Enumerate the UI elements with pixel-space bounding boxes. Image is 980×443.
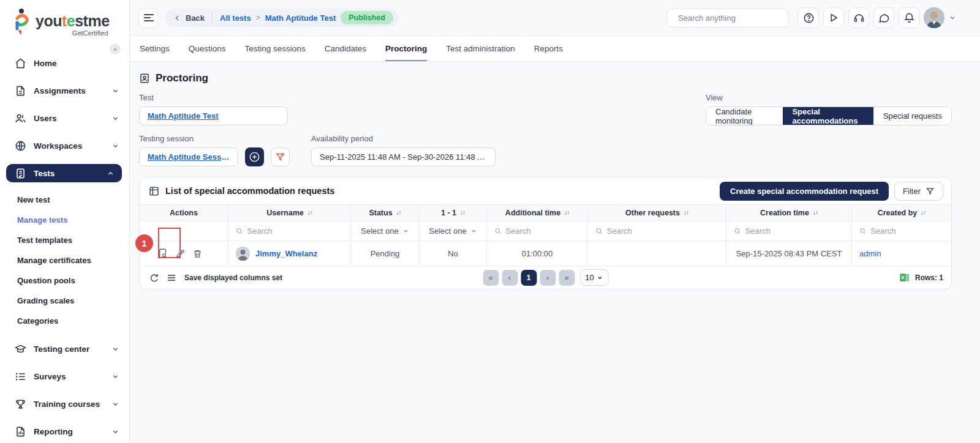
tab-questions[interactable]: Questions <box>189 36 226 61</box>
created-by-link[interactable]: admin <box>859 249 881 258</box>
username-link[interactable]: Jimmy_Whelanz <box>255 249 317 258</box>
sort-icon[interactable]: ↓↑ <box>396 209 401 216</box>
create-accommodation-request-button[interactable]: Create special accommodation request <box>720 182 889 201</box>
next-page-button[interactable]: › <box>540 270 556 286</box>
filter-status[interactable]: Select one <box>351 221 420 240</box>
sidebar-item-new-test[interactable]: New test <box>17 190 129 210</box>
user-menu-chevron-icon[interactable] <box>949 14 956 21</box>
sidebar-collapse-button[interactable]: « <box>110 43 121 54</box>
search-icon <box>595 227 603 235</box>
back-button[interactable]: Back <box>173 13 205 23</box>
column-username[interactable]: Username↓↑ <box>228 205 351 220</box>
tab-settings[interactable]: Settings <box>140 36 170 61</box>
sidebar-item-home[interactable]: Home <box>0 54 129 72</box>
columns-menu-button[interactable] <box>167 273 176 283</box>
sort-icon[interactable]: ↓↑ <box>813 209 818 216</box>
add-session-button[interactable] <box>245 147 264 166</box>
brand-logo[interactable]: youtestme GetCertified <box>0 0 129 39</box>
column-status[interactable]: Status↓↑ <box>351 205 420 220</box>
additional-time-filter-input[interactable] <box>505 226 580 236</box>
sort-icon[interactable]: ↓↑ <box>307 209 312 216</box>
sidebar-item-users[interactable]: Users <box>0 109 129 127</box>
test-select[interactable]: Math Aptitude Test <box>139 106 288 125</box>
sort-icon[interactable]: ↓↑ <box>921 209 925 216</box>
view-switcher: Candidate monitoring Special accommodati… <box>706 106 952 125</box>
help-button[interactable] <box>798 7 819 28</box>
export-excel-icon[interactable] <box>899 272 910 283</box>
tab-candidates[interactable]: Candidates <box>325 36 366 61</box>
column-creation-time[interactable]: Creation time↓↑ <box>726 205 852 220</box>
created-by-filter-input[interactable] <box>870 226 944 236</box>
view-option-special-requests[interactable]: Special requests <box>873 107 951 125</box>
trash-icon <box>192 248 203 259</box>
session-field-label: Testing session <box>139 134 238 143</box>
chevron-down-icon <box>111 373 119 381</box>
refresh-button[interactable] <box>149 273 159 283</box>
global-search-input[interactable] <box>678 13 786 23</box>
column-created-by[interactable]: Created by↓↑ <box>852 205 951 220</box>
sidebar-item-reporting[interactable]: Reporting <box>0 422 129 441</box>
sidebar-item-manage-tests[interactable]: Manage tests <box>17 210 129 230</box>
sidebar-item-tests[interactable]: Tests <box>6 164 122 182</box>
sidebar-item-assignments[interactable]: Assignments <box>0 81 129 100</box>
availability-period-field[interactable]: Sep-11-2025 11:48 AM - Sep-30-2026 11:48… <box>311 147 496 166</box>
session-select[interactable]: Math Aptitude Session <box>139 147 238 166</box>
username-filter-input[interactable] <box>247 226 343 236</box>
notifications-button[interactable] <box>899 7 919 28</box>
filter-created-by[interactable] <box>852 221 951 240</box>
sidebar-item-question-pools[interactable]: Question pools <box>17 270 129 291</box>
view-option-candidate-monitoring[interactable]: Candidate monitoring <box>706 107 783 125</box>
table-icon <box>149 186 159 196</box>
view-option-special-accommodations[interactable]: Special accommodations <box>783 107 873 125</box>
sort-icon[interactable]: ↓↑ <box>460 209 465 216</box>
availability-field-label: Availability period <box>311 134 496 143</box>
page-size-select[interactable]: 10 <box>580 269 608 286</box>
sort-icon[interactable]: ↓↑ <box>684 209 688 216</box>
sidebar-item-training-courses[interactable]: Training courses <box>0 395 129 413</box>
chevron-down-icon <box>597 275 603 281</box>
prev-page-button[interactable]: ‹ <box>502 270 518 286</box>
sidebar-item-workspaces[interactable]: Workspaces <box>0 136 129 155</box>
page-1-button[interactable]: 1 <box>521 270 537 286</box>
filter-button[interactable]: Filter <box>894 182 943 201</box>
tab-reports[interactable]: Reports <box>534 36 563 61</box>
creation-time-filter-input[interactable] <box>745 226 844 236</box>
sort-icon[interactable]: ↓↑ <box>564 209 569 216</box>
filter-additional-time[interactable] <box>487 221 588 240</box>
tab-test-administration[interactable]: Test administration <box>446 36 515 61</box>
row-additional-time: 01:00:00 <box>487 241 588 266</box>
user-avatar[interactable] <box>924 7 944 28</box>
filter-one-on-one[interactable]: Select one <box>420 221 487 240</box>
other-requests-filter-input[interactable] <box>607 226 718 236</box>
global-search[interactable] <box>666 9 789 28</box>
sidebar-item-test-templates[interactable]: Test templates <box>17 230 129 250</box>
first-page-button[interactable]: « <box>483 270 499 286</box>
clear-session-filter-button[interactable] <box>271 147 290 166</box>
breadcrumb-all-tests[interactable]: All tests <box>220 13 251 23</box>
training-courses-icon <box>15 398 26 410</box>
filter-username[interactable] <box>228 221 351 240</box>
sidebar-item-categories[interactable]: Categories <box>17 311 129 331</box>
sidebar-item-testing-center[interactable]: Testing center <box>0 340 129 358</box>
tests-icon <box>15 168 26 179</box>
messages-button[interactable] <box>873 7 894 28</box>
last-page-button[interactable]: » <box>559 270 575 286</box>
row-status: Pending <box>351 241 420 266</box>
delete-request-button[interactable] <box>192 248 203 259</box>
tab-testing-sessions[interactable]: Testing sessions <box>245 36 306 61</box>
sidebar-item-surveys[interactable]: Surveys <box>0 367 129 385</box>
save-columns-label[interactable]: Save displayed columns set <box>184 274 282 282</box>
column-other-requests[interactable]: Other requests↓↑ <box>588 205 726 220</box>
sidebar-item-manage-certificates[interactable]: Manage certificates <box>17 250 129 270</box>
filter-other-requests[interactable] <box>588 221 726 240</box>
column-additional-time[interactable]: Additional time↓↑ <box>487 205 588 220</box>
filter-creation-time[interactable] <box>726 221 852 240</box>
sidebar-item-grading-scales[interactable]: Grading scales <box>17 291 129 311</box>
tab-proctoring[interactable]: Proctoring <box>385 36 427 61</box>
support-button[interactable] <box>848 7 869 28</box>
tutorials-button[interactable] <box>823 7 844 28</box>
column-one-on-one[interactable]: 1 - 1↓↑ <box>420 205 487 220</box>
brand-mark-icon <box>13 7 32 37</box>
menu-toggle-button[interactable] <box>138 8 159 28</box>
breadcrumb-current-test[interactable]: Math Aptitude Test <box>265 13 336 23</box>
